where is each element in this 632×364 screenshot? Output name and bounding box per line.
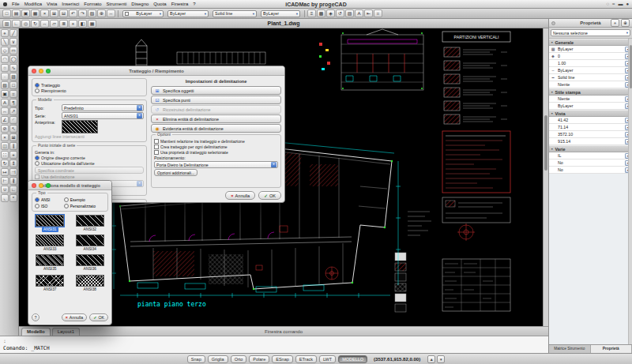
break-icon[interactable]: ∦ — [9, 177, 17, 185]
property-row[interactable]: ━ Solid line ▾ — [549, 74, 632, 81]
panel-scrollbar[interactable] — [628, 39, 632, 344]
property-row[interactable]: ByLayer ▾ — [549, 103, 632, 110]
menu-item[interactable]: Quota — [153, 2, 166, 6]
specify-coordinates-button[interactable]: Specifica coordinate — [35, 167, 144, 174]
checkbox[interactable] — [154, 150, 159, 155]
boundary-button[interactable]: ⊡ Specifica punti — [151, 96, 281, 104]
menu-item[interactable]: File — [12, 2, 20, 6]
zoom-window-icon[interactable]: ⊕ — [97, 9, 106, 17]
make-layer-current-icon[interactable]: ◈ — [326, 9, 335, 17]
text-style-icon[interactable]: A — [355, 9, 363, 17]
pattern-type-combo[interactable]: Predefinito▾ — [62, 104, 144, 111]
hatch-pattern-cell[interactable]: ANSI35 — [32, 254, 69, 272]
lineweight-combo[interactable]: ByLayer▾ — [167, 10, 209, 17]
cancel-button[interactable]: × Annulla — [225, 191, 255, 200]
color-icon[interactable]: ▨ — [345, 9, 354, 17]
statusbar-toggle[interactable]: ESnap — [272, 355, 293, 363]
extend-icon[interactable]: ⊢ — [1, 177, 9, 185]
property-row[interactable]: 915.14 ▾ — [549, 138, 632, 145]
property-row[interactable]: ┄ ByLayer ▾ — [549, 67, 632, 74]
spline-icon[interactable]: ∿ — [9, 64, 17, 72]
layer-states-icon[interactable]: ▩ — [317, 9, 325, 17]
select-icon[interactable]: ⌖ — [1, 29, 9, 37]
ellipse-icon[interactable]: ○ — [1, 64, 9, 72]
save-icon[interactable]: ▣ — [21, 9, 30, 17]
polyline-icon[interactable]: ∨ — [9, 38, 17, 46]
hatch-preview[interactable] — [62, 120, 98, 133]
help-button[interactable]: ? — [32, 313, 40, 321]
orbit-icon[interactable]: ↻ — [31, 20, 40, 28]
ui-options-icon[interactable]: ▾ — [437, 355, 445, 363]
ok-button[interactable]: ✓ OK — [89, 313, 108, 321]
clock-icon[interactable]: ● — [626, 2, 629, 6]
property-row[interactable]: ▩ ByLayer ▾ — [549, 46, 632, 53]
boundary-button[interactable]: × Elimina entità di delimitazione — [151, 114, 281, 123]
open-file-icon[interactable]: ▤ — [12, 9, 21, 17]
battery-icon[interactable]: ▬ — [618, 2, 623, 6]
cancel-button[interactable]: × Annulla — [62, 313, 87, 321]
gradient-icon[interactable]: ▧ — [1, 81, 9, 89]
radio-button[interactable] — [64, 197, 69, 202]
rectangle-icon[interactable]: ▭ — [9, 47, 17, 54]
property-row[interactable]: Niente ▾ — [549, 96, 632, 103]
array-icon[interactable]: ∷ — [1, 151, 9, 159]
move-icon[interactable]: + — [9, 151, 17, 159]
close-icon[interactable] — [32, 69, 36, 73]
zoom-icon[interactable] — [46, 183, 51, 188]
scale-icon[interactable]: ⇕ — [9, 159, 17, 167]
menu-item[interactable]: Vista — [47, 2, 57, 6]
property-row[interactable]: 71.14 ▾ — [549, 124, 632, 131]
wifi-icon[interactable]: ≈ — [612, 2, 615, 6]
construction-line-icon[interactable]: ╲ — [1, 38, 9, 46]
fillet-icon[interactable]: ◟ — [1, 194, 9, 202]
selection-combo[interactable]: Nessuna selezione▾ — [551, 29, 630, 36]
statusbar-toggle[interactable]: Snap — [187, 355, 205, 363]
dim-aligned-icon[interactable]: ↗ — [9, 107, 17, 115]
mtext-icon[interactable]: ¶ — [9, 99, 17, 107]
menu-item[interactable]: Strumenti — [107, 2, 127, 6]
hatch-pattern-cell[interactable]: ANSI37 — [32, 275, 69, 292]
dim-angular-icon[interactable]: ∠ — [1, 116, 9, 124]
dim-linear-icon[interactable]: ↔ — [1, 107, 9, 115]
menu-item[interactable]: Modifica — [24, 2, 42, 6]
chamfer-icon[interactable]: ∟ — [9, 186, 17, 193]
panel-close-icon[interactable] — [551, 21, 555, 25]
canvas-scrollbar[interactable] — [543, 28, 548, 326]
statusbar-toggle[interactable]: Griglia — [208, 355, 228, 363]
section-header-printstyle[interactable]: ▼ Stile stampa — [549, 88, 632, 96]
layer-manager-icon[interactable]: ≡ — [307, 9, 316, 17]
polygon-icon[interactable]: ◇ — [1, 47, 9, 54]
circle-icon[interactable]: ◯ — [9, 55, 17, 63]
dim-radius-icon[interactable]: ◜ — [9, 116, 17, 124]
radio-button[interactable] — [35, 197, 40, 202]
minimize-icon[interactable] — [39, 69, 43, 73]
dim-diameter-icon[interactable]: ⊘ — [1, 125, 9, 133]
command-prompt[interactable]: Comando: _MATCH — [3, 345, 545, 351]
ok-button[interactable]: ✓ OK — [258, 191, 281, 200]
minimize-icon[interactable] — [39, 183, 43, 188]
list-icon[interactable]: ≣ — [59, 20, 68, 28]
render-icon[interactable]: ▦ — [88, 20, 96, 28]
plotstyle-combo[interactable]: ByLayer▾ — [261, 10, 300, 17]
draw-order-icon[interactable]: ◧ — [78, 20, 87, 28]
property-row[interactable]: IL ▾ — [549, 152, 632, 159]
offset-icon[interactable]: ∥ — [9, 142, 17, 150]
positioning-combo[interactable]: Porta Dietro la Delimitazione▾ — [154, 161, 278, 168]
command-window[interactable]: : Comando: _MATCH — [0, 336, 548, 353]
stretch-icon[interactable]: ↦ — [1, 168, 9, 176]
hatch-pattern-cell[interactable]: ANSI36 — [72, 254, 109, 272]
property-row[interactable]: No ▾ — [549, 167, 632, 174]
tab-matrice-strumento[interactable]: Matrice Strumento — [549, 345, 591, 353]
copy-icon[interactable]: ⊞ — [50, 9, 58, 17]
close-icon[interactable] — [32, 183, 36, 188]
checkbox[interactable] — [154, 139, 159, 144]
statusbar-toggle[interactable]: LWT — [319, 355, 336, 363]
dialog-titlebar[interactable]: Tratteggio / Riempimento — [28, 66, 284, 76]
statusbar-toggle[interactable]: MODELLO — [338, 355, 367, 363]
radio-button[interactable] — [35, 88, 40, 93]
radio-button[interactable] — [35, 161, 40, 166]
pattern-series-combo[interactable]: ANSI31▾ — [62, 112, 144, 119]
match-properties-icon[interactable]: ▧ — [88, 9, 96, 17]
property-row[interactable]: 3572.10 ▾ — [549, 131, 632, 138]
hatch-pattern-cell[interactable]: ANSI32 — [72, 215, 109, 232]
